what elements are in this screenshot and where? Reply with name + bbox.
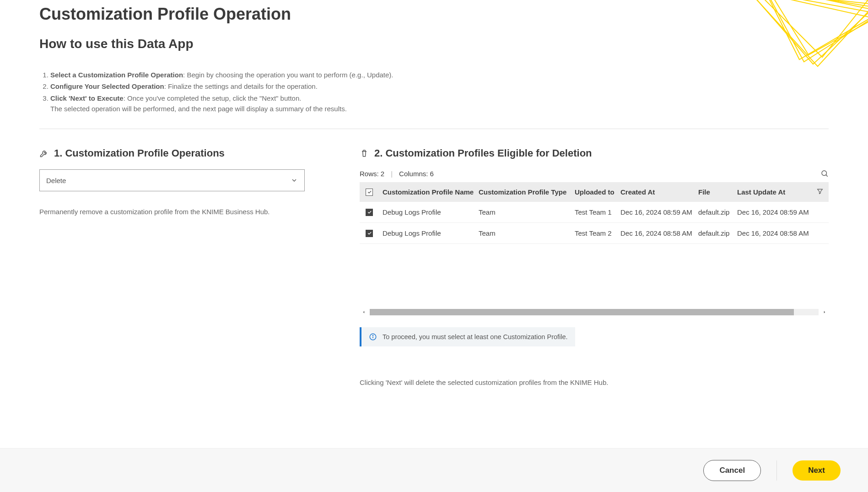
next-button[interactable]: Next <box>793 460 841 481</box>
col-header[interactable]: Customization Profile Type <box>475 182 571 202</box>
cell-created: Dec 16, 2024 08:58 AM <box>617 223 695 244</box>
svg-point-10 <box>372 335 373 335</box>
col-header[interactable]: Uploaded to <box>571 182 617 202</box>
svg-point-6 <box>822 171 827 176</box>
operation-select-value: Delete <box>46 177 66 184</box>
info-banner: To proceed, you must select at least one… <box>360 327 575 346</box>
operation-select[interactable]: Delete <box>39 169 305 191</box>
instruction-item: Select a Customization Profile Operation… <box>50 70 829 80</box>
instructions-list: Select a Customization Profile Operation… <box>39 70 829 114</box>
instruction-item: Configure Your Selected Operation: Final… <box>50 81 829 92</box>
table-row[interactable]: Debug Logs ProfileTeamTest Team 2Dec 16,… <box>360 223 829 244</box>
section-heading-operations: 1. Customization Profile Operations <box>39 147 332 159</box>
profiles-table: Customization Profile Name Customization… <box>360 182 829 244</box>
row-checkbox[interactable] <box>366 230 373 237</box>
filter-icon <box>816 188 824 195</box>
chevron-down-icon <box>291 177 298 184</box>
filter-button[interactable] <box>816 189 824 196</box>
trash-icon <box>360 149 369 158</box>
cell-uploaded: Test Team 1 <box>571 202 617 223</box>
cell-file: default.zip <box>695 223 733 244</box>
scroll-right-arrow[interactable] <box>820 308 829 316</box>
scroll-left-arrow[interactable] <box>360 308 368 316</box>
columns-count: Columns: 6 <box>399 170 434 178</box>
divider <box>39 129 829 129</box>
wrench-icon <box>39 149 49 158</box>
col-header[interactable]: Created At <box>617 182 695 202</box>
cell-updated: Dec 16, 2024 08:59 AM <box>733 202 811 223</box>
search-icon[interactable] <box>820 169 829 178</box>
select-all-checkbox[interactable] <box>366 189 373 196</box>
footer-divider <box>776 460 777 481</box>
col-header[interactable]: File <box>695 182 733 202</box>
section-heading-eligible: 2. Customization Profiles Eligible for D… <box>360 147 829 159</box>
next-note: Clicking 'Next' will delete the selected… <box>360 378 829 386</box>
scroll-track[interactable] <box>370 309 819 315</box>
info-text: To proceed, you must select at least one… <box>383 333 568 341</box>
cell-file: default.zip <box>695 202 733 223</box>
table-row[interactable]: Debug Logs ProfileTeamTest Team 1Dec 16,… <box>360 202 829 223</box>
table-meta: Rows: 2 | Columns: 6 <box>360 169 829 178</box>
footer-bar: Cancel Next <box>0 448 868 492</box>
cancel-button[interactable]: Cancel <box>703 460 761 481</box>
cell-type: Team <box>475 202 571 223</box>
cell-updated: Dec 16, 2024 08:58 AM <box>733 223 811 244</box>
cell-type: Team <box>475 223 571 244</box>
rows-count: Rows: 2 <box>360 170 384 178</box>
page-title: Customization Profile Operation <box>39 0 829 24</box>
col-header[interactable]: Last Update At <box>733 182 811 202</box>
cell-created: Dec 16, 2024 08:59 AM <box>617 202 695 223</box>
col-header[interactable]: Customization Profile Name <box>379 182 475 202</box>
svg-line-7 <box>826 175 828 177</box>
info-icon <box>369 333 377 341</box>
horizontal-scrollbar[interactable] <box>360 308 829 316</box>
cell-uploaded: Test Team 2 <box>571 223 617 244</box>
cell-name: Debug Logs Profile <box>379 223 475 244</box>
cell-name: Debug Logs Profile <box>379 202 475 223</box>
operation-description: Permanently remove a customization profi… <box>39 208 332 216</box>
page-subtitle: How to use this Data App <box>39 37 829 51</box>
instruction-item: Click 'Next' to Execute: Once you've com… <box>50 93 829 114</box>
row-checkbox[interactable] <box>366 209 373 216</box>
